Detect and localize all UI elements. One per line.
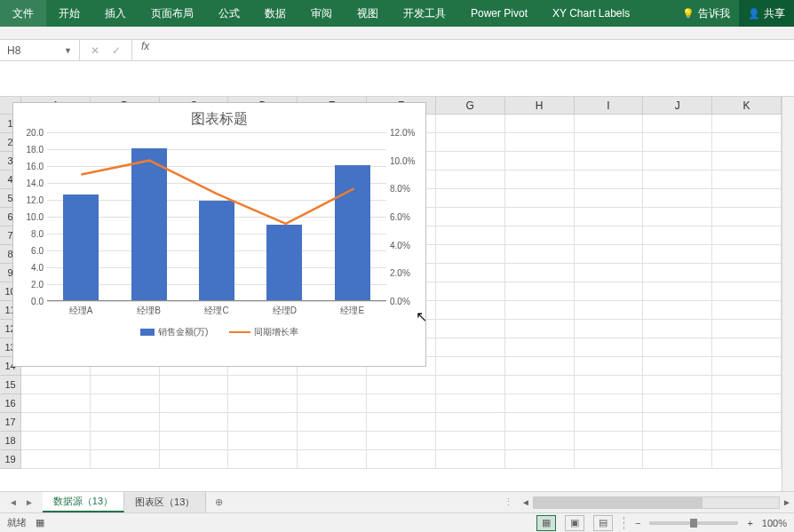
sheet-tab-data-source[interactable]: 数据源（13） [43,492,124,512]
cell[interactable] [575,282,644,301]
cell[interactable] [575,189,644,208]
view-page-break-icon[interactable]: ▤ [593,515,613,531]
cell[interactable] [436,264,505,282]
cell[interactable] [436,301,505,320]
name-box[interactable]: H8 ▼ [0,40,80,60]
cell[interactable] [643,376,712,394]
cell[interactable] [436,357,505,376]
cell[interactable] [505,189,575,208]
cell[interactable] [643,394,712,413]
col-header-K[interactable]: K [712,97,782,115]
zoom-level[interactable]: 100% [762,518,787,528]
cell[interactable] [505,357,575,376]
cell[interactable] [575,152,644,171]
cell[interactable] [228,376,298,394]
cell[interactable] [21,450,91,469]
cell[interactable] [575,450,644,469]
cell[interactable] [712,413,782,432]
cell[interactable] [712,357,782,376]
cell[interactable] [367,432,436,450]
scroll-right-icon[interactable]: ► [780,497,794,507]
tab-power-pivot[interactable]: Power Pivot [458,0,540,27]
sheet-tab-chart-area[interactable]: 图表区（13） [124,492,206,512]
share-button[interactable]: 👤 共享 [739,0,794,27]
tab-xy-chart-labels[interactable]: XY Chart Labels [540,0,642,27]
col-header-G[interactable]: G [436,97,505,115]
cell[interactable] [91,376,160,394]
cell[interactable] [575,376,644,394]
cell[interactable] [643,152,712,171]
sheet-nav-next[interactable]: ► [25,497,34,507]
cell[interactable] [436,226,505,245]
cell[interactable] [712,376,782,394]
cell[interactable] [575,245,644,264]
cell[interactable] [91,413,160,432]
row-header-18[interactable]: 18 [0,432,21,450]
cell[interactable] [575,357,644,376]
cell[interactable] [643,171,712,189]
tab-data[interactable]: 数据 [252,0,298,27]
cell[interactable] [228,432,298,450]
cell[interactable] [21,413,91,432]
cell[interactable] [436,413,505,432]
tab-home[interactable]: 开始 [46,0,92,27]
scroll-thumb[interactable] [534,497,703,508]
cell[interactable] [712,152,782,171]
cell[interactable] [436,171,505,189]
cell[interactable] [712,133,782,152]
chevron-down-icon[interactable]: ▼ [64,46,72,55]
cell[interactable] [436,189,505,208]
cell[interactable] [505,282,575,301]
cell[interactable] [575,394,644,413]
cell[interactable] [160,450,229,469]
cell[interactable] [436,432,505,450]
row-header-19[interactable]: 19 [0,450,21,469]
cell[interactable] [228,413,298,432]
add-sheet-button[interactable]: ⊕ [206,492,232,512]
cell[interactable] [505,394,575,413]
cell[interactable] [505,338,575,357]
cell[interactable] [643,245,712,264]
cell[interactable] [712,432,782,450]
worksheet-grid[interactable]: ABCDEFGHIJK 1234567891011121314151617181… [0,97,794,491]
cell[interactable] [505,115,575,133]
cell[interactable] [643,115,712,133]
cell[interactable] [160,432,229,450]
cell[interactable] [436,394,505,413]
cell[interactable] [643,208,712,226]
cell[interactable] [575,208,644,226]
fx-label[interactable]: fx [132,40,158,60]
scroll-track[interactable] [533,496,780,509]
cell[interactable] [436,115,505,133]
cell[interactable] [367,394,436,413]
cell[interactable] [643,450,712,469]
tab-developer[interactable]: 开发工具 [391,0,458,27]
cell[interactable] [436,376,505,394]
row-header-17[interactable]: 17 [0,413,21,432]
tab-formulas[interactable]: 公式 [206,0,252,27]
vertical-scrollbar[interactable] [782,97,794,491]
cell[interactable] [436,320,505,338]
cell[interactable] [712,338,782,357]
confirm-edit-icon[interactable]: ✓ [112,44,121,57]
zoom-handle[interactable] [690,519,697,528]
cancel-edit-icon[interactable]: ✕ [91,44,99,57]
cell[interactable] [228,394,298,413]
legend-entry-line[interactable]: 同期增长率 [229,326,298,338]
cell[interactable] [643,189,712,208]
cell[interactable] [712,394,782,413]
cell[interactable] [575,171,644,189]
cell[interactable] [436,282,505,301]
cell[interactable] [505,133,575,152]
cell[interactable] [575,264,644,282]
cell[interactable] [367,376,436,394]
cell[interactable] [21,394,91,413]
col-header-H[interactable]: H [505,97,575,115]
chart-object[interactable]: 图表标题 0.02.04.06.08.010.012.014.016.018.0… [12,102,426,367]
view-page-layout-icon[interactable]: ▣ [565,515,584,531]
cell[interactable] [21,376,91,394]
cell[interactable] [160,394,229,413]
cell[interactable] [712,226,782,245]
cell[interactable] [298,394,367,413]
cell[interactable] [575,320,644,338]
